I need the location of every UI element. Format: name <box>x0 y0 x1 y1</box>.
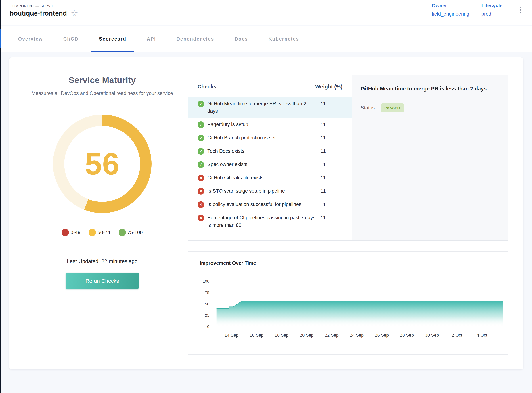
svg-text:16 Sep: 16 Sep <box>249 333 264 338</box>
owner-meta: Owner field_engineering <box>432 3 469 17</box>
area-chart-canvas: 0255075100 14 Sep16 Sep18 Sep20 Sep22 Se… <box>189 252 508 354</box>
check-row[interactable]: ✕GitHub Gitleaks file exists11 <box>189 171 352 184</box>
checks-column-header: Checks <box>198 84 216 90</box>
rerun-checks-button[interactable]: Rerun Checks <box>66 273 139 289</box>
scorecard-subtitle: Measures all DevOps and Operational read… <box>32 89 173 98</box>
check-label: Pagerduty is setup <box>207 121 318 128</box>
lifecycle-meta: Lifecycle prod <box>481 3 502 17</box>
lifecycle-label: Lifecycle <box>481 3 502 9</box>
check-row[interactable]: ✕Percentage of CI pipelines passing in p… <box>189 211 352 232</box>
legend-dot <box>62 229 69 236</box>
tab-api[interactable]: API <box>137 26 166 52</box>
check-row[interactable]: ✓Pagerduty is setup11 <box>189 118 352 131</box>
check-label: Tech Docs exists <box>207 147 318 155</box>
check-weight: 11 <box>321 121 344 128</box>
check-weight: 11 <box>321 147 344 155</box>
maturity-summary: Service Maturity Measures all DevOps and… <box>24 58 181 289</box>
check-status-passed-icon: ✓ <box>198 101 204 107</box>
check-label: Percentage of CI pipelines passing in pa… <box>207 214 318 229</box>
scorecard-card: Service Maturity Measures all DevOps and… <box>9 58 523 369</box>
check-status-passed-icon: ✓ <box>198 135 204 141</box>
check-weight: 11 <box>321 161 344 168</box>
score-area-series <box>217 301 503 327</box>
page-title: boutique-frontend <box>10 10 67 17</box>
check-weight: 11 <box>321 187 344 195</box>
tab-kubernetes[interactable]: Kubernetes <box>258 26 309 52</box>
check-row[interactable]: ✓Tech Docs exists11 <box>189 144 352 158</box>
check-label: GitHub Branch protection is set <box>207 134 318 142</box>
owner-label: Owner <box>432 3 469 9</box>
check-row[interactable]: ✕Is policy evaluation successful for pip… <box>189 198 352 211</box>
check-weight: 11 <box>321 134 344 142</box>
svg-text:24 Sep: 24 Sep <box>350 333 364 338</box>
svg-text:4 Oct: 4 Oct <box>477 333 487 338</box>
tab-docs[interactable]: Docs <box>224 26 258 52</box>
lifecycle-value[interactable]: prod <box>481 11 502 17</box>
entity-kicker: COMPONENT — SERVICE <box>10 4 57 8</box>
svg-text:26 Sep: 26 Sep <box>375 333 389 338</box>
svg-text:18 Sep: 18 Sep <box>275 333 288 338</box>
check-label: GitHub Mean time to merge PR is less tha… <box>207 100 318 115</box>
page-header: COMPONENT — SERVICE boutique-frontend ☆ … <box>1 0 532 25</box>
check-weight: 11 <box>321 201 344 208</box>
svg-text:22 Sep: 22 Sep <box>325 333 339 338</box>
legend-range-label: 75-100 <box>127 230 143 235</box>
improvement-chart: Improvement Over Time 0255075100 14 Sep1… <box>188 251 508 354</box>
legend-dot <box>119 229 126 236</box>
check-row[interactable]: ✓GitHub Mean time to merge PR is less th… <box>189 97 352 118</box>
check-row[interactable]: ✓Spec owner exists11 <box>189 158 352 171</box>
check-weight: 11 <box>321 100 344 108</box>
legend-range-label: 50-74 <box>98 230 110 235</box>
y-axis-labels: 0255075100 <box>203 279 209 329</box>
check-detail-title: GitHub Mean time to merge PR is less tha… <box>361 82 488 96</box>
check-row[interactable]: ✓GitHub Branch protection is set11 <box>189 131 352 144</box>
check-label: Is policy evaluation successful for pipe… <box>207 201 318 208</box>
legend-item: 75-100 <box>119 229 143 236</box>
page-body: Service Maturity Measures all DevOps and… <box>0 52 532 393</box>
collapsed-sidebar[interactable] <box>0 0 1 393</box>
check-detail-panel: GitHub Mean time to merge PR is less tha… <box>352 75 508 241</box>
check-status-failed-icon: ✕ <box>198 188 204 195</box>
checks-list: Checks Weight (%) ✓GitHub Mean time to m… <box>189 75 352 241</box>
tab-scorecard[interactable]: Scorecard <box>89 26 137 52</box>
check-label: Spec owner exists <box>207 161 318 168</box>
tab-dependencies[interactable]: Dependencies <box>166 26 224 52</box>
more-menu-icon[interactable]: ⋮ <box>516 5 525 14</box>
legend-dot <box>89 229 96 236</box>
scorecard-title: Service Maturity <box>69 75 136 85</box>
last-updated-text: Last Updated: 22 minutes ago <box>67 258 138 264</box>
check-weight: 11 <box>321 174 344 182</box>
checks-panel: Checks Weight (%) ✓GitHub Mean time to m… <box>188 75 508 241</box>
check-status-failed-icon: ✕ <box>198 175 204 181</box>
svg-text:0: 0 <box>207 324 209 329</box>
maturity-score: 56 <box>85 146 120 182</box>
status-label: Status: <box>361 105 376 111</box>
legend-range-label: 0-49 <box>70 230 80 235</box>
owner-link[interactable]: field_engineering <box>432 11 469 17</box>
check-status-passed-icon: ✓ <box>198 161 204 168</box>
svg-text:28 Sep: 28 Sep <box>400 333 414 338</box>
tab-bar: OverviewCI/CDScorecardAPIDependenciesDoc… <box>1 26 532 52</box>
svg-text:2 Oct: 2 Oct <box>452 333 462 338</box>
svg-text:100: 100 <box>203 279 209 284</box>
check-status-failed-icon: ✕ <box>198 215 204 221</box>
tab-overview[interactable]: Overview <box>8 26 53 52</box>
tab-ci-cd[interactable]: CI/CD <box>53 26 89 52</box>
score-legend: 0-4950-7475-100 <box>62 229 143 236</box>
maturity-donut: 56 <box>53 115 152 213</box>
legend-item: 50-74 <box>89 229 110 236</box>
legend-item: 0-49 <box>62 229 80 236</box>
check-status-passed-icon: ✓ <box>198 121 204 128</box>
check-row[interactable]: ✕Is STO scan stage setup in pipeline11 <box>189 184 352 198</box>
favorite-star-icon[interactable]: ☆ <box>71 10 78 17</box>
svg-text:25: 25 <box>205 313 209 318</box>
check-label: GitHub Gitleaks file exists <box>207 174 318 182</box>
status-badge: PASSED <box>381 103 404 112</box>
check-weight: 11 <box>321 214 344 221</box>
svg-text:75: 75 <box>205 290 209 295</box>
sidebar-active-indicator <box>0 29 1 48</box>
check-label: Is STO scan stage setup in pipeline <box>207 187 318 195</box>
weight-column-header: Weight (%) <box>315 84 343 90</box>
check-status-passed-icon: ✓ <box>198 148 204 155</box>
svg-text:30 Sep: 30 Sep <box>425 333 439 338</box>
